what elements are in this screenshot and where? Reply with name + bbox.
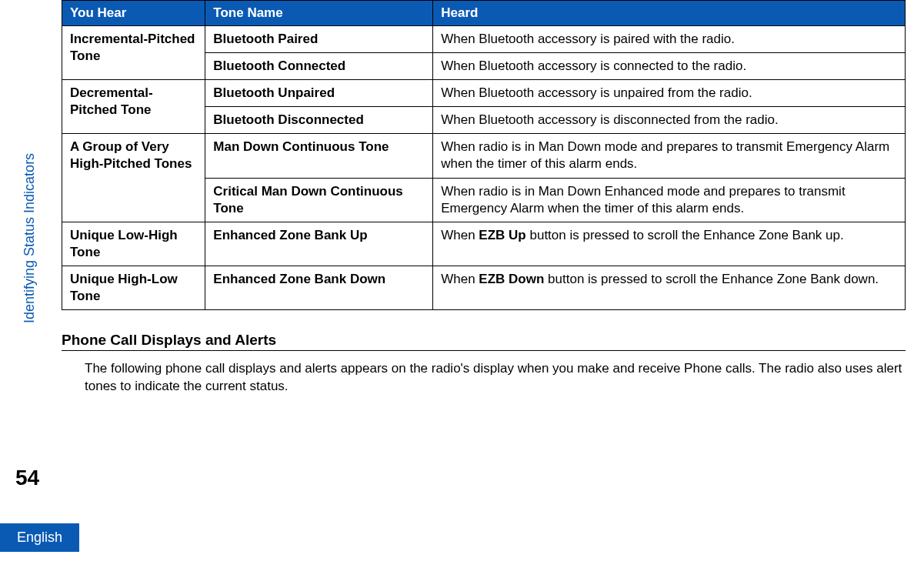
cell-heard: When Bluetooth accessory is paired with … [433,26,906,53]
cell-you-hear: Unique High-Low Tone [62,266,205,309]
cell-heard: When EZB Down button is pressed to scrol… [433,266,906,309]
table-row: A Group of Very High-Pitched Tones Man D… [62,134,906,178]
cell-heard: When Bluetooth accessory is disconnected… [433,107,906,134]
tones-table: You Hear Tone Name Heard Incremental-Pit… [62,0,906,310]
language-tab: English [0,523,79,552]
cell-you-hear: Decremental-Pitched Tone [62,80,205,134]
cell-tone-name: Bluetooth Disconnected [205,107,433,134]
cell-heard: When Bluetooth accessory is connected to… [433,53,906,80]
table-row: Unique High-Low Tone Enhanced Zone Bank … [62,266,906,309]
cell-you-hear: Unique Low-High Tone [62,222,205,266]
cell-you-hear: Incremental-Pitched Tone [62,26,205,80]
cell-heard: When radio is in Man Down mode and prepa… [433,134,906,178]
section-title: Phone Call Displays and Alerts [62,332,906,351]
cell-you-hear: A Group of Very High-Pitched Tones [62,134,205,222]
table-row: Unique Low-High Tone Enhanced Zone Bank … [62,222,906,266]
table-row: Incremental-Pitched Tone Bluetooth Paire… [62,26,906,53]
cell-tone-name: Bluetooth Paired [205,26,433,53]
cell-tone-name: Bluetooth Unpaired [205,80,433,107]
cell-tone-name: Man Down Continuous Tone [205,134,433,178]
page-content: You Hear Tone Name Heard Incremental-Pit… [62,0,906,396]
col-heard: Heard [433,1,906,26]
section-body: The following phone call displays and al… [62,360,906,396]
side-section-label: Identifying Status Indicators [22,153,38,323]
cell-tone-name: Enhanced Zone Bank Down [205,266,433,309]
cell-tone-name: Enhanced Zone Bank Up [205,222,433,266]
cell-heard: When Bluetooth accessory is unpaired fro… [433,80,906,107]
cell-heard: When EZB Up button is pressed to scroll … [433,222,906,266]
table-row: Decremental-Pitched Tone Bluetooth Unpai… [62,80,906,107]
col-tone-name: Tone Name [205,1,433,26]
col-you-hear: You Hear [62,1,205,26]
page-number: 54 [15,466,39,490]
table-header-row: You Hear Tone Name Heard [62,1,906,26]
cell-heard: When radio is in Man Down Enhanced mode … [433,178,906,222]
cell-tone-name: Bluetooth Connected [205,53,433,80]
cell-tone-name: Critical Man Down Continuous Tone [205,178,433,222]
